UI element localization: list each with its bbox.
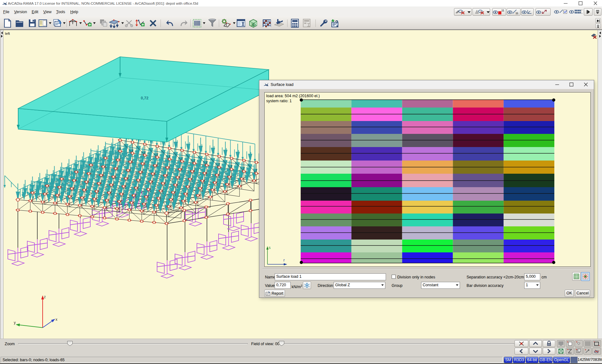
svg-text:11: 11 bbox=[515, 12, 518, 15]
svg-text:+: + bbox=[585, 348, 586, 351]
svg-text:11: 11 bbox=[501, 9, 504, 12]
svg-text:+: + bbox=[576, 348, 577, 351]
svg-text:x: x bbox=[55, 317, 57, 322]
svg-text:y: y bbox=[14, 320, 16, 325]
svg-text:+: + bbox=[567, 348, 568, 351]
svg-text:z: z bbox=[44, 295, 46, 299]
svg-text:0,72: 0,72 bbox=[141, 96, 148, 100]
svg-text:+: + bbox=[567, 340, 568, 344]
svg-text:+: + bbox=[576, 340, 578, 344]
svg-text:?: ? bbox=[335, 20, 338, 25]
svg-text:3D: 3D bbox=[251, 23, 256, 27]
